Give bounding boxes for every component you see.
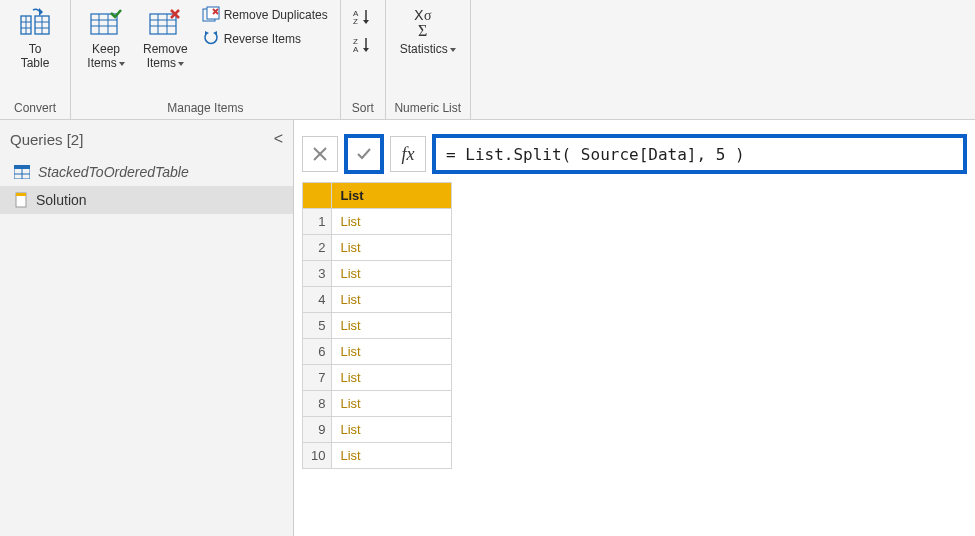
cancel-formula-button[interactable]	[302, 136, 338, 172]
svg-marker-25	[205, 31, 209, 35]
cell-value[interactable]: List	[332, 235, 452, 261]
statistics-icon: X̄σ Σ	[412, 6, 444, 40]
cell-value[interactable]: List	[332, 313, 452, 339]
cell-value[interactable]: List	[332, 391, 452, 417]
ribbon-group-convert: To Table Convert	[0, 0, 71, 119]
svg-rect-9	[91, 14, 117, 34]
table-row[interactable]: 5List	[303, 313, 452, 339]
svg-marker-8	[39, 8, 43, 16]
row-number: 10	[303, 443, 332, 469]
keep-items-button[interactable]: Keep Items	[79, 4, 133, 73]
sort-desc-icon: Z A	[353, 36, 373, 54]
svg-marker-26	[213, 31, 217, 35]
row-number: 6	[303, 339, 332, 365]
table-row[interactable]: 4List	[303, 287, 452, 313]
row-number: 1	[303, 209, 332, 235]
statistics-button[interactable]: X̄σ Σ Statistics	[394, 4, 462, 58]
row-number: 2	[303, 235, 332, 261]
reverse-items-button[interactable]: Reverse Items	[198, 28, 332, 50]
keep-items-icon	[89, 6, 123, 40]
queries-header: Queries [2] <	[0, 120, 293, 158]
table-row[interactable]: 2List	[303, 235, 452, 261]
table-row[interactable]: 8List	[303, 391, 452, 417]
to-table-icon	[19, 6, 51, 40]
remove-items-icon	[148, 6, 182, 40]
row-number: 7	[303, 365, 332, 391]
content-pane: fx List 1List2List3List4List5List6List7L…	[294, 120, 975, 536]
statistics-label: Statistics	[400, 42, 456, 56]
queries-title: Queries [2]	[10, 131, 83, 148]
collapse-queries-button[interactable]: <	[274, 130, 283, 148]
remove-duplicates-icon	[202, 6, 220, 24]
close-icon	[312, 146, 328, 162]
svg-rect-42	[16, 193, 26, 196]
cell-value[interactable]: List	[332, 339, 452, 365]
svg-text:Z: Z	[353, 17, 358, 26]
fx-icon: fx	[402, 144, 415, 165]
cell-value[interactable]: List	[332, 417, 452, 443]
query-item-solution[interactable]: Solution	[0, 186, 293, 214]
result-table: List 1List2List3List4List5List6List7List…	[302, 182, 452, 469]
row-header-corner	[303, 183, 332, 209]
to-table-label: To Table	[21, 42, 50, 71]
result-tbody: 1List2List3List4List5List6List7List8List…	[303, 209, 452, 469]
table-row[interactable]: 6List	[303, 339, 452, 365]
ribbon: To Table Convert Keep Items	[0, 0, 975, 120]
query-item-label: Solution	[36, 192, 87, 208]
table-row[interactable]: 3List	[303, 261, 452, 287]
cell-value[interactable]: List	[332, 261, 452, 287]
query-item-stackedtoorderedtable[interactable]: StackedToOrderedTable	[0, 158, 293, 186]
queries-pane: Queries [2] < StackedToOrderedTable	[0, 120, 294, 536]
row-number: 3	[303, 261, 332, 287]
formula-input[interactable]	[432, 134, 967, 174]
keep-items-label: Keep Items	[87, 42, 124, 71]
remove-items-button[interactable]: Remove Items	[137, 4, 194, 73]
formula-bar: fx	[302, 134, 967, 174]
svg-text:A: A	[353, 45, 359, 54]
ribbon-group-manage: Keep Items Remove Items	[71, 0, 341, 119]
svg-marker-34	[363, 48, 369, 52]
ribbon-group-numeric: X̄σ Σ Statistics Numeric List	[386, 0, 471, 119]
column-header-list[interactable]: List	[332, 183, 452, 209]
sort-asc-button[interactable]: A Z	[349, 4, 377, 30]
ribbon-group-manage-label: Manage Items	[79, 97, 332, 117]
table-icon	[14, 165, 30, 179]
svg-text:Σ: Σ	[418, 22, 427, 38]
row-number: 9	[303, 417, 332, 443]
row-number: 4	[303, 287, 332, 313]
cell-value[interactable]: List	[332, 209, 452, 235]
reverse-items-label: Reverse Items	[224, 32, 301, 46]
check-icon	[355, 145, 373, 163]
sort-desc-button[interactable]: Z A	[349, 32, 377, 58]
ribbon-group-numeric-label: Numeric List	[394, 97, 462, 117]
table-row[interactable]: 1List	[303, 209, 452, 235]
remove-items-label: Remove Items	[143, 42, 188, 71]
remove-duplicates-button[interactable]: Remove Duplicates	[198, 4, 332, 26]
remove-duplicates-label: Remove Duplicates	[224, 8, 328, 22]
reverse-items-icon	[202, 30, 220, 48]
fx-button[interactable]: fx	[390, 136, 426, 172]
svg-text:X̄σ: X̄σ	[414, 8, 432, 23]
row-number: 8	[303, 391, 332, 417]
table-row[interactable]: 7List	[303, 365, 452, 391]
table-row[interactable]: 9List	[303, 417, 452, 443]
ribbon-group-sort: A Z Z A	[341, 0, 386, 119]
table-row[interactable]: 10List	[303, 443, 452, 469]
query-icon	[14, 192, 28, 208]
to-table-button[interactable]: To Table	[8, 4, 62, 73]
cell-value[interactable]: List	[332, 287, 452, 313]
svg-marker-30	[363, 20, 369, 24]
ribbon-group-sort-label: Sort	[349, 97, 377, 117]
cell-value[interactable]: List	[332, 365, 452, 391]
cell-value[interactable]: List	[332, 443, 452, 469]
query-item-label: StackedToOrderedTable	[38, 164, 189, 180]
ribbon-group-convert-label: Convert	[8, 97, 62, 117]
workspace: Queries [2] < StackedToOrderedTable	[0, 120, 975, 536]
row-number: 5	[303, 313, 332, 339]
sort-asc-icon: A Z	[353, 8, 373, 26]
commit-formula-button[interactable]	[344, 134, 384, 174]
